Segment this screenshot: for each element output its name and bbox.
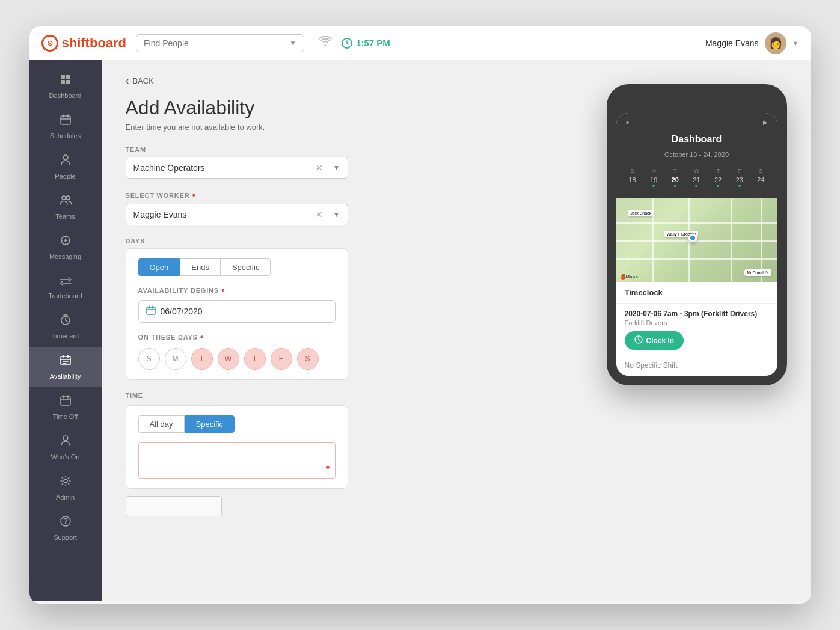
sidebar-item-timeoff[interactable]: Time Off — [29, 387, 102, 427]
cal-day-name-s2: S — [752, 168, 770, 174]
back-link[interactable]: BACK — [126, 75, 450, 87]
sidebar-label-people: People — [55, 173, 75, 180]
sidebar-label-tradeboard: Tradeboard — [48, 292, 82, 299]
sidebar-item-dashboard[interactable]: Dashboard — [29, 66, 102, 106]
calendar-icon — [146, 305, 156, 317]
time-tab-specific[interactable]: Specific — [185, 415, 235, 433]
sidebar-item-teams[interactable]: Teams — [29, 187, 102, 227]
search-input[interactable] — [144, 38, 284, 48]
days-tab-group: Open Ends Specific — [138, 258, 336, 276]
day-thursday[interactable]: T — [244, 348, 266, 370]
time-input-area[interactable]: • — [138, 442, 336, 479]
wifi-icon — [319, 36, 332, 50]
svg-point-14 — [63, 436, 68, 441]
cal-date-18: 18 — [624, 176, 642, 187]
phone-shift: 2020-07-06 7am - 3pm (Forklift Drivers) … — [616, 304, 777, 355]
schedules-icon — [60, 114, 72, 129]
team-arrow-icon[interactable]: ▼ — [333, 164, 340, 172]
sidebar-label-admin: Admin — [56, 494, 75, 501]
top-bar: ⊙ shiftboard ▼ 1:57 PM Maggie Evans � — [29, 26, 811, 60]
time-tab-allday[interactable]: All day — [138, 415, 185, 433]
worker-clear-icon[interactable]: ✕ — [316, 210, 323, 219]
avatar: 👩 — [765, 32, 786, 54]
time-required-dot: • — [326, 462, 330, 474]
main-layout: Dashboard Schedules Peop — [29, 60, 811, 601]
tab-ends[interactable]: Ends — [180, 258, 221, 276]
on-these-days-label: ON THESE DAYS • — [138, 332, 336, 342]
user-info: Maggie Evans 👩 ▼ — [705, 32, 799, 54]
day-saturday[interactable]: S — [297, 348, 319, 370]
worker-arrow-icon[interactable]: ▼ — [333, 210, 340, 219]
sidebar-label-availability: Availability — [50, 373, 81, 380]
map-pin — [688, 234, 697, 242]
sidebar-item-timecard[interactable]: Timecard — [29, 307, 102, 347]
phone-calendar: S M T W T F S 18 19 — [616, 163, 777, 198]
search-chevron-icon: ▼ — [289, 39, 296, 47]
sidebar-item-availability[interactable]: Availability — [29, 347, 102, 387]
time-label: TIME — [126, 392, 450, 399]
teams-icon — [60, 194, 72, 209]
cal-dot-21 — [695, 185, 697, 187]
day-circles: S M T W T F S — [138, 348, 336, 370]
days-required-dot: • — [200, 332, 204, 342]
user-menu-chevron-icon[interactable]: ▼ — [792, 40, 799, 47]
team-select-divider — [328, 162, 328, 173]
time-display: 1:57 PM — [342, 38, 390, 49]
timecard-icon — [60, 314, 72, 329]
back-label: BACK — [133, 76, 154, 85]
team-select-actions: ✕ ▼ — [316, 162, 340, 173]
team-field-group: TEAM Machine Operators ✕ ▼ — [126, 146, 450, 179]
tab-open[interactable]: Open — [138, 258, 180, 276]
clock-in-button[interactable]: Clock In — [625, 331, 684, 350]
team-clear-icon[interactable]: ✕ — [316, 163, 323, 173]
day-friday[interactable]: F — [271, 348, 292, 370]
day-monday[interactable]: M — [165, 348, 186, 370]
svg-rect-1 — [61, 75, 65, 79]
content-area: BACK Add Availability Enter time you are… — [102, 60, 811, 601]
day-wednesday[interactable]: W — [218, 348, 239, 370]
sidebar-item-admin[interactable]: Admin — [29, 468, 102, 508]
phone-mockup: ● ▶ Dashboard October 18 - 24, 2020 S M … — [607, 84, 787, 385]
whoson-icon — [60, 435, 72, 450]
sidebar: Dashboard Schedules Peop — [29, 60, 102, 601]
team-label: TEAM — [126, 146, 450, 153]
admin-icon — [60, 475, 72, 490]
date-value: 06/07/2020 — [161, 307, 203, 316]
worker-required-dot: • — [192, 191, 195, 200]
time-field-group: TIME All day Specific • — [126, 392, 450, 516]
date-input[interactable]: 06/07/2020 — [138, 300, 336, 323]
worker-label: SELECT WORKER • — [126, 191, 450, 200]
cal-day-name-m: M — [645, 168, 663, 174]
sidebar-item-people[interactable]: People — [29, 147, 102, 187]
sidebar-item-support[interactable]: Support — [29, 508, 102, 548]
cal-dates-row: 18 19 20 21 — [624, 176, 770, 187]
browser-window: ⊙ shiftboard ▼ 1:57 PM Maggie Evans � — [29, 26, 811, 604]
tab-specific[interactable]: Specific — [221, 258, 271, 276]
cal-date-23: 23 — [731, 176, 749, 187]
phone-status-right: ▶ — [763, 119, 768, 126]
cal-dot-23 — [738, 185, 741, 187]
sidebar-item-schedules[interactable]: Schedules — [29, 106, 102, 147]
sidebar-item-tradeboard[interactable]: Tradeboard — [29, 268, 102, 307]
team-select[interactable]: Machine Operators ✕ ▼ — [126, 157, 348, 179]
timeoff-icon — [60, 394, 72, 409]
search-bar[interactable]: ▼ — [136, 34, 304, 52]
day-sunday[interactable]: S — [138, 348, 160, 370]
days-label: DAYS — [126, 237, 450, 245]
no-shift-label: No Specific Shift — [625, 361, 678, 370]
sidebar-label-support: Support — [54, 534, 77, 541]
sidebar-item-whoson[interactable]: Who's On — [29, 427, 102, 468]
worker-select[interactable]: Maggie Evans ✕ ▼ — [126, 204, 348, 225]
sidebar-label-timecard: Timecard — [52, 332, 79, 340]
day-tuesday[interactable]: T — [191, 348, 213, 370]
cal-day-name-t2: T — [709, 168, 727, 174]
time-value: 1:57 PM — [356, 38, 390, 48]
logo: ⊙ shiftboard — [41, 35, 127, 52]
svg-rect-2 — [66, 75, 70, 79]
sidebar-item-messaging[interactable]: Messaging — [29, 227, 102, 268]
page-title: Add Availability — [126, 97, 450, 119]
support-icon — [60, 515, 72, 530]
worker-value: Maggie Evans — [133, 210, 187, 219]
page-subtitle: Enter time you are not available to work… — [126, 123, 450, 132]
sidebar-label-schedules: Schedules — [50, 132, 81, 139]
